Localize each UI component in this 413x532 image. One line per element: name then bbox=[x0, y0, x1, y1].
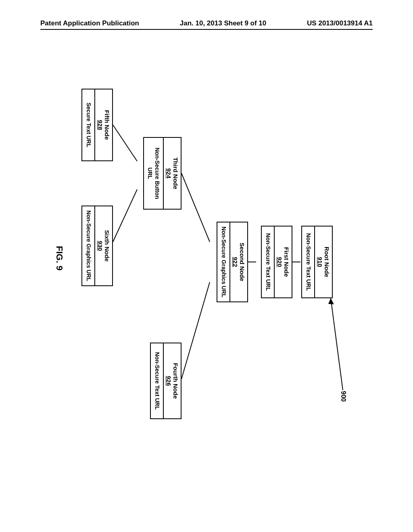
node-fifth-ref: 928 bbox=[95, 120, 104, 130]
node-root-sub: Non-Secure Text URL bbox=[302, 227, 315, 297]
header-rule bbox=[40, 29, 373, 30]
page-header: Patent Application Publication Jan. 10, … bbox=[0, 19, 413, 27]
node-fourth: Fourth Node 926 Non-Secure Text URL bbox=[150, 343, 182, 419]
node-third-title: Third Node bbox=[172, 154, 181, 192]
node-second-sub: Non-Secure Graphics URL bbox=[218, 222, 231, 301]
svg-marker-1 bbox=[328, 298, 334, 304]
figure-label: FIG. 9 bbox=[54, 246, 65, 270]
header-center: Jan. 10, 2013 Sheet 9 of 10 bbox=[180, 19, 267, 27]
node-third-sub: Non-Secure Button URL bbox=[144, 138, 164, 209]
svg-line-0 bbox=[331, 298, 343, 390]
node-sixth-ref: 930 bbox=[95, 241, 104, 251]
node-sixth-title: Sixth Node bbox=[104, 227, 112, 265]
system-ref: 900 bbox=[340, 391, 347, 402]
node-root: Root Node 910 Non-Secure Text URL bbox=[302, 226, 333, 298]
node-fifth-sub: Secure Text URL bbox=[83, 89, 96, 160]
node-second-title: Second Node bbox=[239, 239, 247, 285]
node-fifth-title: Fifth Node bbox=[104, 107, 112, 143]
node-sixth: Sixth Node 930 Non-Secure Graphics URL bbox=[82, 206, 113, 286]
svg-line-6 bbox=[113, 125, 137, 161]
node-third: Third Node 924 Non-Secure Button URL bbox=[143, 137, 181, 210]
diagram-canvas: 900 Root Node 910 Non-Secure Text URL Fi… bbox=[48, 73, 355, 476]
node-first-ref: 920 bbox=[275, 257, 283, 267]
header-right: US 2013/0013914 A1 bbox=[307, 19, 373, 27]
svg-line-5 bbox=[181, 282, 210, 379]
node-second-ref: 922 bbox=[230, 257, 239, 267]
node-root-title: Root Node bbox=[323, 243, 332, 281]
node-third-ref: 924 bbox=[164, 168, 172, 178]
node-first: First Node 920 Non-Secure Text URL bbox=[261, 226, 293, 298]
header-left: Patent Application Publication bbox=[40, 19, 139, 27]
node-first-title: First Node bbox=[283, 244, 292, 280]
node-second: Second Node 922 Non-Secure Graphics URL bbox=[217, 222, 248, 302]
node-first-sub: Non-Secure Text URL bbox=[262, 227, 275, 297]
node-fourth-sub: Non-Secure Text URL bbox=[151, 343, 164, 418]
node-fifth: Fifth Node 928 Secure Text URL bbox=[82, 89, 113, 161]
svg-line-7 bbox=[113, 189, 137, 242]
node-fourth-title: Fourth Node bbox=[172, 360, 181, 402]
svg-line-4 bbox=[181, 173, 210, 242]
node-fourth-ref: 926 bbox=[164, 376, 172, 386]
node-sixth-sub: Non-Secure Graphics URL bbox=[83, 206, 96, 285]
node-root-ref: 910 bbox=[315, 257, 323, 267]
